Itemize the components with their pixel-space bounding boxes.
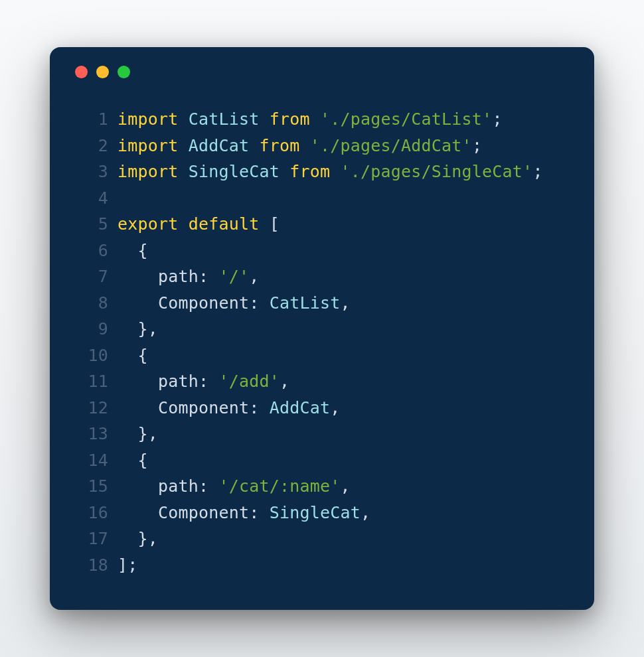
token-kw: from (289, 162, 330, 181)
line-number: 14 (76, 447, 108, 474)
code-line: 11 path: '/add', (76, 368, 568, 395)
token-kw: import (118, 162, 179, 181)
token-id: AddCat (189, 136, 250, 155)
code-line-content: import AddCat from './pages/AddCat'; (118, 133, 482, 159)
line-number: 12 (76, 395, 108, 421)
token-punct: ; (472, 136, 482, 155)
token-punct: , (341, 476, 351, 496)
token-str: './pages/CatList' (320, 110, 492, 129)
token-id: AddCat (270, 398, 331, 417)
token-punct (179, 162, 189, 181)
code-line-content: path: '/cat/:name', (118, 473, 351, 500)
token-punct (249, 136, 259, 155)
code-line: 1import CatList from './pages/CatList'; (76, 106, 568, 133)
token-punct (118, 503, 158, 522)
token-prop: path (158, 372, 199, 391)
token-str: './pages/SingleCat' (341, 162, 533, 181)
code-line: 14 { (76, 447, 568, 474)
code-line: 10 { (76, 342, 568, 369)
token-punct (330, 162, 340, 181)
line-number: 16 (76, 500, 108, 526)
code-window: 1import CatList from './pages/CatList';2… (50, 47, 594, 610)
code-line: 6 { (76, 238, 568, 264)
token-punct: , (249, 267, 259, 286)
token-prop: path (158, 476, 199, 496)
code-line-content: import SingleCat from './pages/SingleCat… (118, 159, 543, 185)
token-punct: , (330, 398, 340, 417)
token-kw: from (260, 136, 300, 155)
line-number: 15 (76, 473, 108, 500)
token-kw: import (118, 136, 179, 155)
token-kw: default (189, 214, 260, 234)
token-str: '/cat/:name' (219, 476, 341, 496)
token-punct (118, 372, 158, 391)
token-id: CatList (270, 293, 341, 313)
code-line-content: Component: AddCat, (118, 395, 341, 421)
token-punct (118, 476, 158, 496)
code-editor: 1import CatList from './pages/CatList';2… (76, 106, 568, 578)
token-prop: Component (158, 503, 249, 522)
token-punct: : (249, 398, 270, 417)
token-id: SingleCat (270, 503, 361, 522)
token-punct: , (341, 293, 351, 313)
token-punct: : (199, 267, 219, 286)
token-str: '/add' (219, 372, 280, 391)
code-line: 12 Component: AddCat, (76, 395, 568, 421)
token-punct: ; (532, 162, 542, 181)
line-number: 7 (76, 263, 108, 290)
code-line: 15 path: '/cat/:name', (76, 473, 568, 500)
code-line: 4 (76, 185, 568, 212)
token-punct (118, 293, 158, 313)
line-number: 3 (76, 159, 108, 185)
token-prop: Component (158, 398, 249, 417)
token-str: '/' (219, 267, 250, 286)
line-number: 13 (76, 421, 108, 447)
token-punct (260, 110, 270, 129)
token-punct: { (118, 346, 148, 365)
token-punct: : (199, 372, 219, 391)
code-line: 3import SingleCat from './pages/SingleCa… (76, 159, 568, 185)
token-punct: { (118, 241, 148, 260)
token-punct: }, (118, 319, 158, 338)
code-line-content: }, (118, 421, 158, 447)
token-punct: : (249, 293, 270, 313)
code-line: 17 }, (76, 526, 568, 552)
minimize-icon[interactable] (96, 66, 109, 78)
token-punct: ; (492, 110, 502, 129)
code-line: 5export default [ (76, 211, 568, 238)
token-punct (179, 110, 189, 129)
code-line: 13 }, (76, 421, 568, 447)
line-number: 4 (76, 185, 108, 212)
code-line: 2import AddCat from './pages/AddCat'; (76, 133, 568, 159)
code-line-content: ]; (118, 552, 138, 579)
token-kw: from (270, 110, 310, 129)
token-kw: import (118, 110, 179, 129)
token-punct (179, 136, 189, 155)
line-number: 2 (76, 133, 108, 159)
token-punct: : (249, 503, 270, 522)
maximize-icon[interactable] (118, 66, 130, 78)
token-kw: export (118, 214, 179, 234)
token-punct: }, (118, 529, 158, 548)
token-prop: Component (158, 293, 249, 313)
code-line: 7 path: '/', (76, 263, 568, 290)
token-prop: path (158, 267, 199, 286)
line-number: 18 (76, 552, 108, 579)
line-number: 6 (76, 238, 108, 264)
token-punct (280, 162, 289, 181)
token-id: CatList (189, 110, 260, 129)
code-line-content: { (118, 342, 148, 369)
token-punct (118, 267, 158, 286)
token-punct: ]; (118, 555, 138, 575)
code-line-content: Component: CatList, (118, 290, 351, 317)
token-punct (300, 136, 310, 155)
line-number: 9 (76, 316, 108, 342)
close-icon[interactable] (75, 66, 88, 78)
token-punct (310, 110, 320, 129)
token-punct: [ (260, 214, 280, 234)
token-punct: { (118, 451, 148, 470)
line-number: 17 (76, 526, 108, 552)
code-line-content: import CatList from './pages/CatList'; (118, 106, 503, 133)
code-line-content: path: '/add', (118, 368, 289, 395)
line-number: 1 (76, 106, 108, 133)
